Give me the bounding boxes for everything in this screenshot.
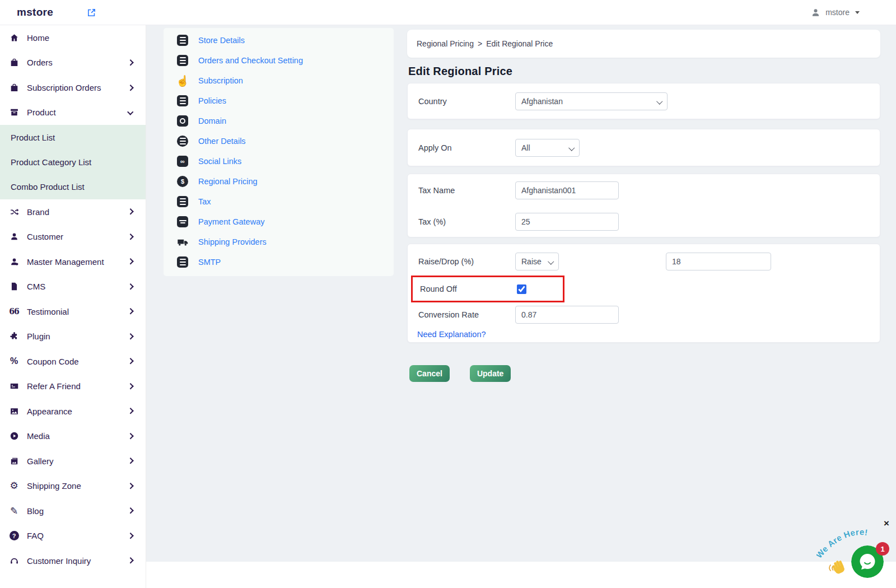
chevron-right-icon	[127, 533, 133, 539]
settings-item-orders-and-checkout-setting[interactable]: Orders and Checkout Setting	[164, 50, 394, 71]
settings-item-label: Other Details	[198, 137, 246, 146]
chevron-right-icon	[127, 558, 133, 564]
waving-hand-icon	[828, 558, 849, 577]
settings-item-domain[interactable]: Domain	[164, 111, 394, 131]
appearance-image-icon	[8, 407, 20, 416]
sidebar-item-plugin[interactable]: Plugin	[0, 324, 146, 349]
sidebar-item-label: Product	[27, 108, 56, 117]
sidebar-item-label: CMS	[27, 282, 45, 291]
settings-item-shipping-providers[interactable]: Shipping Providers	[164, 232, 394, 252]
settings-item-label: Domain	[198, 116, 226, 125]
sidebar-item-coupon-code[interactable]: %Coupon Code	[0, 349, 146, 374]
round-off-checkbox[interactable]	[517, 284, 526, 294]
settings-item-social-links[interactable]: ∞Social Links	[164, 151, 394, 171]
sidebar-item-blog[interactable]: ✎Blog	[0, 498, 146, 524]
sidebar-item-refer-a-friend[interactable]: Refer A Friend	[0, 374, 146, 399]
raise-drop-select[interactable]: Raise	[515, 253, 559, 270]
tax-percent-input[interactable]	[515, 213, 619, 231]
customer-inquiry-headset-icon	[8, 556, 20, 566]
settings-item-regional-pricing[interactable]: $Regional Pricing	[164, 171, 394, 192]
sidebar-item-faq[interactable]: ?FAQ	[0, 523, 146, 548]
chevron-down-icon	[127, 109, 133, 115]
chat-widget: × We Are Here! 1	[801, 503, 896, 588]
sidebar-item-label: Blog	[27, 506, 44, 516]
round-off-label: Round Off	[413, 284, 517, 293]
sidebar-subitem-product-list[interactable]: Product List	[0, 125, 146, 150]
conversion-rate-input[interactable]	[515, 306, 619, 324]
sidebar-item-customer[interactable]: Customer	[0, 224, 146, 249]
sidebar-item-brand[interactable]: Brand	[0, 199, 146, 225]
sidebar-item-label: Refer A Friend	[27, 381, 81, 391]
sidebar-subitem-combo-product-list[interactable]: Combo Product List	[0, 175, 146, 199]
raise-drop-label: Raise/Drop (%)	[408, 257, 515, 266]
tax-name-input[interactable]	[515, 181, 619, 199]
sidebar-item-customer-inquiry[interactable]: Customer Inquiry	[0, 548, 146, 573]
main-content: Regional Pricing > Edit Regional Price E…	[407, 30, 880, 382]
shipping-zone-gear-icon: ⚙	[8, 481, 20, 491]
policies-doc-icon	[176, 95, 189, 106]
sidebar-item-appearance[interactable]: Appearance	[0, 399, 146, 424]
settings-item-tax[interactable]: Tax	[164, 192, 394, 212]
sidebar-item-label: Orders	[27, 58, 53, 67]
sidebar-item-label: Subscription Orders	[27, 83, 101, 92]
sidebar-item-orders[interactable]: Orders	[0, 50, 146, 76]
sidebar-item-product[interactable]: Product	[0, 100, 146, 125]
sidebar-item-master-management[interactable]: Master Management	[0, 249, 146, 274]
raise-drop-amount-input[interactable]	[666, 253, 771, 270]
round-off-highlight-box: Round Off	[411, 276, 564, 302]
sidebar-item-testimonial[interactable]: 66Testimonial	[0, 299, 146, 324]
settings-item-policies[interactable]: Policies	[164, 91, 394, 111]
raise-drop-card: Raise/Drop (%) Raise Round Off Conversio…	[407, 244, 880, 343]
sidebar-item-label: Home	[27, 33, 49, 43]
top-header: mstore mstore	[0, 0, 896, 25]
sidebar-item-media[interactable]: Media	[0, 423, 146, 449]
settings-item-store-details[interactable]: Store Details	[164, 30, 394, 50]
regional-pricing-globe-icon: $	[176, 176, 189, 187]
settings-item-subscription[interactable]: ☝Subscription	[164, 71, 394, 91]
customer-person-icon	[8, 232, 20, 241]
settings-item-smtp[interactable]: SMTP	[164, 252, 394, 272]
shipping-truck-icon	[176, 236, 189, 248]
settings-item-label: Social Links	[198, 157, 241, 166]
chevron-right-icon	[127, 59, 133, 66]
need-explanation-link[interactable]: Need Explanation?	[417, 330, 486, 339]
breadcrumb-section[interactable]: Regional Pricing	[417, 39, 474, 48]
country-card: Country Afghanistan	[407, 83, 880, 119]
form-actions: Cancel Update	[407, 365, 880, 382]
apply-on-card: Apply On All	[407, 129, 880, 166]
sidebar-subitem-product-category-list[interactable]: Product Category List	[0, 150, 146, 174]
blog-pencil-icon: ✎	[8, 506, 20, 516]
payment-gateway-icon	[176, 216, 189, 227]
country-select[interactable]: Afghanistan	[515, 92, 668, 110]
sidebar-item-subscription-orders[interactable]: Subscription Orders	[0, 75, 146, 100]
settings-item-other-details[interactable]: Other Details	[164, 131, 394, 151]
tax-receipt-icon	[176, 196, 189, 207]
sidebar-item-label: FAQ	[27, 531, 44, 540]
user-menu[interactable]: mstore	[810, 7, 860, 18]
conversion-rate-label: Conversion Rate	[408, 310, 515, 319]
sidebar-item-gallery[interactable]: Gallery	[0, 449, 146, 474]
chevron-right-icon	[127, 259, 133, 265]
update-button[interactable]: Update	[470, 365, 511, 382]
chevron-right-icon	[127, 483, 133, 489]
settings-item-label: Shipping Providers	[198, 237, 267, 246]
cancel-button[interactable]: Cancel	[409, 365, 450, 382]
chevron-right-icon	[127, 234, 133, 240]
coupon-percent-icon: %	[8, 356, 20, 366]
media-play-icon	[8, 431, 20, 441]
product-submenu: Product ListProduct Category ListCombo P…	[0, 125, 146, 199]
content-area: Store DetailsOrders and Checkout Setting…	[146, 25, 896, 562]
sidebar-item-shipping-zone[interactable]: ⚙Shipping Zone	[0, 473, 146, 498]
sidebar-item-label: Customer	[27, 232, 63, 241]
apply-on-select[interactable]: All	[515, 139, 580, 157]
external-link-icon[interactable]	[87, 8, 96, 17]
sidebar-item-home[interactable]: Home	[0, 25, 146, 50]
sidebar-item-label: Shipping Zone	[27, 481, 81, 491]
sidebar-item-cms[interactable]: CMS	[0, 274, 146, 299]
chevron-right-icon	[127, 508, 133, 514]
apply-on-label: Apply On	[408, 143, 515, 152]
chevron-right-icon	[127, 433, 133, 439]
settings-item-label: Tax	[198, 197, 211, 206]
store-details-icon	[176, 35, 189, 46]
settings-item-payment-gateway[interactable]: Payment Gateway	[164, 212, 394, 232]
